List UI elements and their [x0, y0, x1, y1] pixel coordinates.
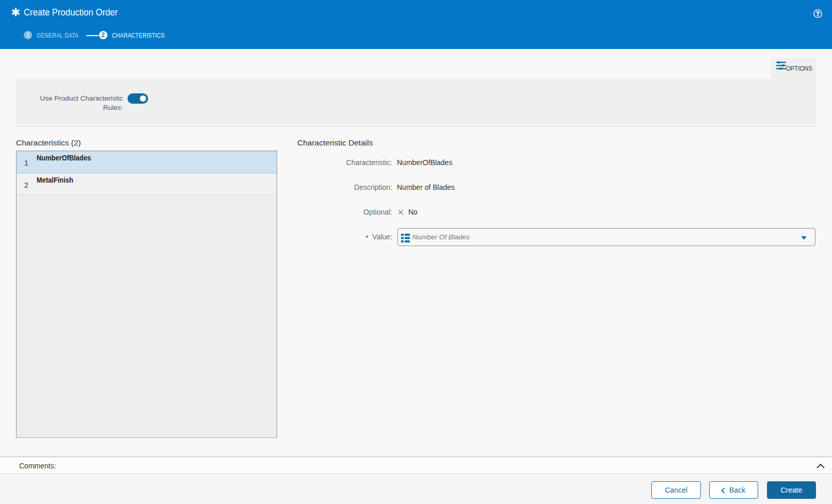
svg-text:?: ? [816, 10, 820, 18]
